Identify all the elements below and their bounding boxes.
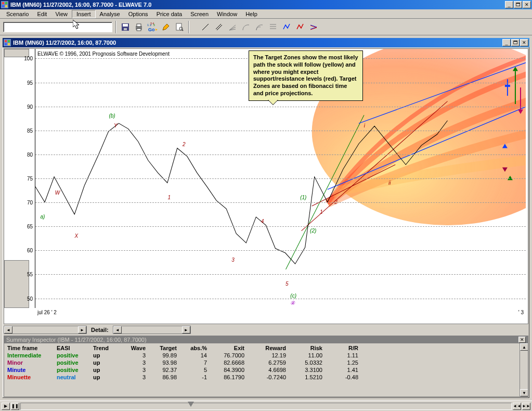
wave-label: (2) [310,228,316,234]
wave-label: ④ [290,300,295,306]
toolbar: 1 23 45Go [0,19,532,35]
col-easi: EASI [57,344,93,352]
cell-exit: 76.7000 [210,352,252,359]
detail-right-button[interactable]: ► [182,326,190,333]
triangle-tool-icon[interactable] [308,21,319,33]
detail-hscroll[interactable]: ◄ ► [113,326,191,334]
inspector-row[interactable]: Minuetteneutralup386.98-186.1790-0.72401… [7,374,516,381]
col-exit: Exit [210,344,252,352]
cell-target: 92.37 [153,366,184,374]
menu-options[interactable]: Options [124,10,152,18]
cell-timeframe: Minute [7,366,57,374]
menu-help[interactable]: Help [241,10,262,18]
step-fwd-button[interactable]: ►► [522,403,530,410]
menu-analyse[interactable]: Analyse [96,10,124,18]
chart-maximize-button[interactable]: 🗖 [511,39,520,46]
cell-rr: 1.41 [330,366,358,374]
inspector-close-button[interactable]: ✕ [518,337,526,343]
step-back-button[interactable]: ◄◄ [513,403,521,410]
menu-screen[interactable]: Screen [186,10,213,18]
menu-pricedata[interactable]: Price data [152,10,187,18]
y-tick: 80 [27,151,33,157]
zigzag-blue-icon[interactable] [281,21,292,33]
menu-insert[interactable]: Insert [72,10,96,18]
pencil-icon[interactable] [160,21,172,33]
zigzag-red-icon[interactable] [294,21,306,33]
cell-abs: 7 [184,359,210,366]
chart-title: IBM (MN60) 11/27/2002, 16:00, 87.7000 [13,40,502,46]
cell-exit: 86.1790 [210,374,252,381]
menu-window[interactable]: Window [213,10,241,18]
play-button[interactable]: ▶ [2,403,10,410]
cell-trend: up [93,374,124,381]
inspector-vscroll[interactable]: ▲ ▼ [520,343,528,396]
line-tool-icon[interactable] [200,21,211,33]
svg-rect-32 [8,40,10,42]
inspector-row[interactable]: Intermediatepositiveup399.891476.700012.… [7,352,516,359]
vscroll-up-button[interactable]: ▲ [520,343,528,351]
cell-timeframe: Minuette [7,374,57,381]
grid-line [35,202,526,203]
retracement-icon[interactable] [267,21,279,33]
inspector-header-row: Time frame EASI Trend Wave Target abs.% … [7,344,516,352]
cell-reward: 6.2759 [252,359,293,366]
cell-risk: 5.0332 [293,359,330,366]
scroll-left-button[interactable]: ◄ [4,326,12,333]
symbol-input[interactable] [3,22,112,32]
arcs-icon[interactable] [254,21,265,33]
wave-label: 2 [183,142,186,147]
go-icon[interactable]: 1 23 45Go [147,21,158,33]
mdi-area: IBM (MN60) 11/27/2002, 16:00, 87.7000 _ … [0,35,532,401]
wave-label: (c) [290,293,296,299]
y-tick: 100 [24,56,33,61]
vscroll-down-button[interactable]: ▼ [520,389,528,396]
y-tick: 70 [27,200,33,206]
inspector-row[interactable]: Minutepositiveup392.37584.39004.66983.31… [7,366,516,374]
parallel-lines-icon[interactable] [213,21,225,33]
svg-rect-11 [137,29,141,31]
cell-risk: 11.00 [293,352,330,359]
svg-rect-34 [8,43,10,45]
menu-edit[interactable]: Edit [33,10,51,18]
col-abs: abs.% [184,344,210,352]
app-minimize-button[interactable]: _ [505,1,513,8]
playback-thumb[interactable] [188,402,194,410]
chart-area[interactable]: 10095908580757065605550 [4,48,528,324]
chart-hscroll[interactable]: ◄ ► [4,326,87,334]
inspector-row[interactable]: Minorpositiveup393.98782.66686.27595.033… [7,359,516,366]
x-tick-left: jul 26 ' 2 [37,310,57,315]
svg-rect-7 [123,24,128,27]
app-titlebar: IBM (MN60) 11/27/2002, 16:00, 87.7000 - … [0,0,532,9]
scroll-right-button[interactable]: ► [78,326,86,333]
cell-timeframe: Minor [7,359,57,366]
playback-track[interactable] [20,403,512,410]
save-icon[interactable] [120,21,131,33]
cell-easi: positive [57,352,93,359]
summary-inspector: Summary Inspector (IBM - 11/27/2002, 16:… [4,336,528,397]
grid-line [35,107,526,107]
menu-view[interactable]: View [51,10,72,18]
fan-icon[interactable] [227,21,238,33]
preview-icon[interactable] [174,21,185,33]
cell-trend: up [93,359,124,366]
pause-button[interactable]: ❚❚ [11,403,19,410]
y-tick: 50 [27,296,33,301]
svg-rect-33 [5,43,7,45]
svg-text:Go: Go [148,27,155,32]
grid-line [35,299,526,299]
app-icon [1,1,8,8]
arc-icon[interactable] [240,21,252,33]
print-icon[interactable] [133,21,145,33]
cell-exit: 84.3900 [210,366,252,374]
detail-left-button[interactable]: ◄ [113,326,122,333]
chart-minimize-button[interactable]: _ [502,39,511,46]
chart-close-button[interactable]: ✕ [520,39,528,46]
cell-reward: -0.7240 [252,374,293,381]
menu-scenario[interactable]: Scenario [2,10,33,18]
cell-abs: 5 [184,366,210,374]
app-maximize-button[interactable]: 🗖 [514,1,522,8]
app-close-button[interactable]: ✕ [523,1,531,8]
toolbar-separator [115,21,116,33]
col-risk: Risk [293,344,330,352]
col-wave: Wave [124,344,153,352]
